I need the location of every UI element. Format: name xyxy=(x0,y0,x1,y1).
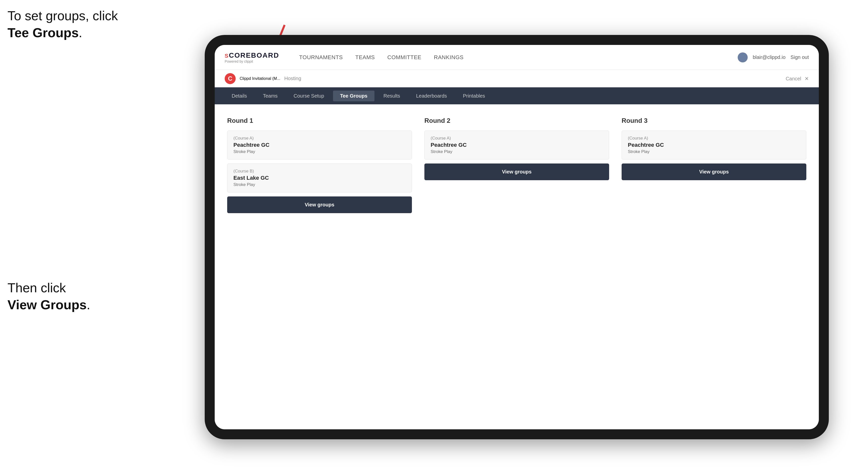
sub-header-left: C Clippd Invitational (M... Hosting xyxy=(225,73,301,84)
user-avatar xyxy=(738,53,748,62)
tournament-name: Clippd Invitational (M... xyxy=(240,76,280,81)
round-2-view-groups-button[interactable]: View groups xyxy=(424,163,609,180)
hosting-label: Hosting xyxy=(284,75,301,81)
round-1-view-groups-button[interactable]: View groups xyxy=(227,196,412,213)
sign-out-link[interactable]: Sign out xyxy=(790,54,809,60)
top-nav: SCOREBOARD Powered by clippit TOURNAMENT… xyxy=(215,45,819,70)
round-3-view-groups-button[interactable]: View groups xyxy=(622,163,806,180)
round-1-course-b: (Course B) East Lake GC Stroke Play xyxy=(227,163,412,192)
nav-committee[interactable]: COMMITTEE xyxy=(388,54,422,61)
tab-details[interactable]: Details xyxy=(225,91,254,101)
sub-header: C Clippd Invitational (M... Hosting Canc… xyxy=(215,70,819,87)
instruction-bottom-bold: View Groups xyxy=(7,298,87,312)
round-1-course-b-type: Stroke Play xyxy=(234,182,406,187)
round-3-course-a: (Course A) Peachtree GC Stroke Play xyxy=(622,130,806,159)
tablet-device: SCOREBOARD Powered by clippit TOURNAMENT… xyxy=(205,35,829,439)
round-2-course-a: (Course A) Peachtree GC Stroke Play xyxy=(424,130,609,159)
round-2-column: Round 2 (Course A) Peachtree GC Stroke P… xyxy=(424,117,609,213)
tabs-bar: Details Teams Course Setup Tee Groups Re… xyxy=(215,87,819,104)
main-content: Round 1 (Course A) Peachtree GC Stroke P… xyxy=(215,104,819,429)
round-1-course-b-label: (Course B) xyxy=(234,169,406,174)
tab-printables[interactable]: Printables xyxy=(456,91,492,101)
user-email: blair@clippd.io xyxy=(753,54,785,60)
nav-teams[interactable]: TEAMS xyxy=(355,54,375,61)
logo-area: SCOREBOARD Powered by clippit xyxy=(225,52,279,63)
instruction-top-line1: To set groups, click xyxy=(7,8,118,23)
logo-icon: S xyxy=(225,53,229,59)
nav-rankings[interactable]: RANKINGS xyxy=(434,54,464,61)
round-1-course-a-label: (Course A) xyxy=(234,136,406,141)
round-2-course-a-type: Stroke Play xyxy=(431,149,603,154)
nav-links: TOURNAMENTS TEAMS COMMITTEE RANKINGS xyxy=(299,54,723,61)
cancel-label: Cancel xyxy=(786,76,801,81)
tab-results[interactable]: Results xyxy=(376,91,407,101)
instruction-top: To set groups, click Tee Groups. xyxy=(7,7,118,41)
instruction-bottom: Then click View Groups. xyxy=(7,280,90,313)
round-1-course-b-name: East Lake GC xyxy=(234,175,406,181)
round-1-course-a-name: Peachtree GC xyxy=(234,142,406,148)
round-3-title: Round 3 xyxy=(622,117,806,125)
round-2-title: Round 2 xyxy=(424,117,609,125)
instruction-top-suffix: . xyxy=(79,26,82,40)
round-3-course-a-name: Peachtree GC xyxy=(628,142,800,148)
nav-tournaments[interactable]: TOURNAMENTS xyxy=(299,54,343,61)
tab-course-setup[interactable]: Course Setup xyxy=(287,91,331,101)
instruction-bottom-line1: Then click xyxy=(7,281,66,295)
round-3-course-a-label: (Course A) xyxy=(628,136,800,141)
round-1-course-a-type: Stroke Play xyxy=(234,149,406,154)
tab-teams[interactable]: Teams xyxy=(256,91,285,101)
nav-right: blair@clippd.io Sign out xyxy=(738,53,809,62)
instruction-top-bold: Tee Groups xyxy=(7,26,79,40)
tab-tee-groups[interactable]: Tee Groups xyxy=(333,91,374,101)
round-3-course-a-type: Stroke Play xyxy=(628,149,800,154)
rounds-grid: Round 1 (Course A) Peachtree GC Stroke P… xyxy=(227,117,806,213)
round-1-column: Round 1 (Course A) Peachtree GC Stroke P… xyxy=(227,117,412,213)
instruction-bottom-suffix: . xyxy=(87,298,90,312)
round-3-column: Round 3 (Course A) Peachtree GC Stroke P… xyxy=(622,117,806,213)
tab-leaderboards[interactable]: Leaderboards xyxy=(409,91,454,101)
logo-sub: Powered by clippit xyxy=(225,59,279,63)
sub-logo-c: C xyxy=(225,73,236,84)
round-1-course-a: (Course A) Peachtree GC Stroke Play xyxy=(227,130,412,159)
round-1-title: Round 1 xyxy=(227,117,412,125)
round-2-course-a-name: Peachtree GC xyxy=(431,142,603,148)
logo-text: SCOREBOARD xyxy=(225,52,279,59)
cancel-button[interactable]: Cancel ✕ xyxy=(786,75,809,82)
tablet-screen: SCOREBOARD Powered by clippit TOURNAMENT… xyxy=(215,45,819,429)
close-icon: ✕ xyxy=(805,76,809,81)
round-2-course-a-label: (Course A) xyxy=(431,136,603,141)
